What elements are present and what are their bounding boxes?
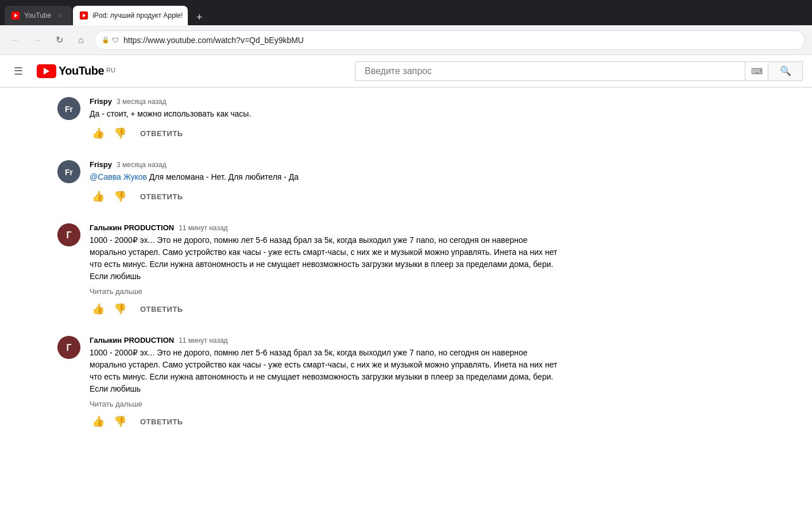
tab-ipod-close[interactable]: ✕ [187,11,188,20]
thumbs-down-icon-4: 👎 [114,415,126,428]
lock-icon: 🔒 [102,36,110,44]
thumbs-down-button-4[interactable]: 👎 [111,413,129,430]
home-icon: ⌂ [78,35,84,45]
thumbs-up-icon-2: 👍 [92,190,105,203]
youtube-header: ☰ YouTube RU ⌨ 🔍 [0,55,812,87]
thumbs-down-button-2[interactable]: 👎 [111,188,129,205]
thumbs-down-button-3[interactable]: 👎 [111,300,129,318]
reply-button-3[interactable]: ОТВЕТИТЬ [136,303,188,316]
comment-time-1: 3 месяца назад [117,98,167,106]
comment-header-2: Frispy 3 месяца назад [90,160,560,169]
svg-text:Г: Г [66,230,71,240]
svg-text:Г: Г [66,343,71,353]
comment-text-4: 1000 - 2000₽ эх... Это не дорого, помню … [90,347,560,395]
forward-button[interactable]: → [29,32,46,49]
thumbs-up-button-1[interactable]: 👍 [90,125,107,142]
comment-author-3: Галыкин PRODUCTION [90,223,174,232]
thumbs-up-button-3[interactable]: 👍 [90,300,107,318]
search-button[interactable]: 🔍 [768,61,803,81]
new-tab-button[interactable]: + [191,9,207,25]
thumbs-up-icon-3: 👍 [92,303,105,315]
back-icon: ← [11,35,20,45]
comment-author-4: Галыкин PRODUCTION [90,336,174,345]
comment-header-4: Галыкин PRODUCTION 11 минут назад [90,336,560,345]
hamburger-menu-button[interactable]: ☰ [9,60,28,82]
svg-text:Fr: Fr [65,105,74,114]
comment-thread-4: Г Галыкин PRODUCTION 11 минут назад 1000… [57,327,574,439]
reload-button[interactable]: ↻ [51,32,68,49]
tab-youtube-favicon [11,11,20,20]
youtube-logo-icon [37,64,56,78]
thumbs-down-button-1[interactable]: 👎 [111,125,129,142]
comment-mention-2[interactable]: @Савва Жуков [90,172,147,181]
comment-time-4: 11 минут назад [179,336,227,345]
search-input[interactable] [355,66,745,76]
reply-button-2[interactable]: ОТВЕТИТЬ [136,190,188,203]
svg-text:Fr: Fr [65,168,74,177]
address-bar[interactable]: 🔒 🛡 https://www.youtube.com/watch?v=Qd_b… [94,30,805,50]
thumbs-up-button-4[interactable]: 👍 [90,413,107,430]
tab-youtube-close[interactable]: ✕ [56,11,65,20]
comment-time-2: 3 месяца назад [117,161,167,169]
reply-button-4[interactable]: ОТВЕТИТЬ [136,415,188,428]
comment-thread-3: Г Галыкин PRODUCTION 11 минут назад 1000… [57,214,574,327]
thumbs-down-icon-2: 👎 [114,190,126,203]
comment-body-3: Галыкин PRODUCTION 11 минут назад 1000 -… [90,223,560,327]
avatar-4: Г [57,336,80,359]
comment-body-1: Frispy 3 месяца назад Да - стоит, + можн… [90,97,560,151]
youtube-logo[interactable]: YouTube RU [37,64,115,78]
tab-ipod-label: iPod: лучший продукт Apple! [92,11,183,20]
tab-ipod[interactable]: iPod: лучший продукт Apple! ✕ [73,6,188,25]
avatar-2: Fr [57,160,80,183]
read-more-button-4[interactable]: Читать дальше [90,400,560,408]
thumbs-down-icon-1: 👎 [114,127,126,140]
comment-actions-4: 👍 👎 ОТВЕТИТЬ [90,413,560,430]
reply-button-1[interactable]: ОТВЕТИТЬ [136,127,188,140]
comment-header-3: Галыкин PRODUCTION 11 минут назад [90,223,560,232]
comment-text-2-body: Для меломана - Нет. Для любителя - Да [147,172,299,181]
reload-icon: ↻ [56,34,63,45]
comment-text-3: 1000 - 2000₽ эх... Это не дорого, помню … [90,234,560,283]
comment-header-1: Frispy 3 месяца назад [90,97,560,106]
comment-thread-1: Fr Frispy 3 месяца назад Да - стоит, + м… [57,88,574,151]
comments-section: Fr Frispy 3 месяца назад Да - стоит, + м… [0,88,574,439]
comment-actions-3: 👍 👎 ОТВЕТИТЬ [90,300,560,318]
search-icon: 🔍 [780,65,791,76]
tab-ipod-favicon [80,11,88,20]
address-text: https://www.youtube.com/watch?v=Qd_bEy9k… [123,36,798,45]
browser-chrome: YouTube ✕ iPod: лучший продукт Apple! ✕ … [0,0,812,25]
thumbs-down-icon-3: 👎 [114,303,126,315]
home-button[interactable]: ⌂ [72,32,90,49]
comment-text-2: @Савва Жуков Для меломана - Нет. Для люб… [90,171,560,183]
youtube-logo-country: RU [106,67,115,73]
forward-icon: → [33,35,42,45]
youtube-logo-text: YouTube [59,64,104,78]
avatar-3: Г [57,223,80,246]
address-bar-row: ← → ↻ ⌂ 🔒 🛡 https://www.youtube.com/watc… [0,25,812,55]
thumbs-up-button-2[interactable]: 👍 [90,188,107,205]
comment-thread-2: Fr Frispy 3 месяца назад @Савва Жуков Дл… [57,151,574,214]
avatar-1: Fr [57,97,80,120]
comment-body-2: Frispy 3 месяца назад @Савва Жуков Для м… [90,160,560,214]
search-bar[interactable]: ⌨ [355,61,768,81]
comment-body-4: Галыкин PRODUCTION 11 минут назад 1000 -… [90,336,560,439]
security-icons: 🔒 🛡 [102,36,119,44]
shield-icon: 🛡 [112,36,119,44]
tabs-bar: YouTube ✕ iPod: лучший продукт Apple! ✕ … [5,0,207,25]
comment-author-1: Frispy [90,97,112,106]
tab-youtube[interactable]: YouTube ✕ [5,6,72,25]
back-button[interactable]: ← [7,32,24,49]
comment-actions-1: 👍 👎 ОТВЕТИТЬ [90,125,560,142]
comment-text-1: Да - стоит, + можно использовать как час… [90,108,560,120]
comment-author-2: Frispy [90,160,112,169]
read-more-button-3[interactable]: Читать дальше [90,287,560,296]
comment-time-3: 11 минут назад [179,224,227,232]
keyboard-icon[interactable]: ⌨ [745,62,768,80]
thumbs-up-icon-1: 👍 [92,127,105,140]
tab-youtube-label: YouTube [24,11,51,20]
comment-actions-2: 👍 👎 ОТВЕТИТЬ [90,188,560,205]
thumbs-up-icon-4: 👍 [92,415,105,428]
